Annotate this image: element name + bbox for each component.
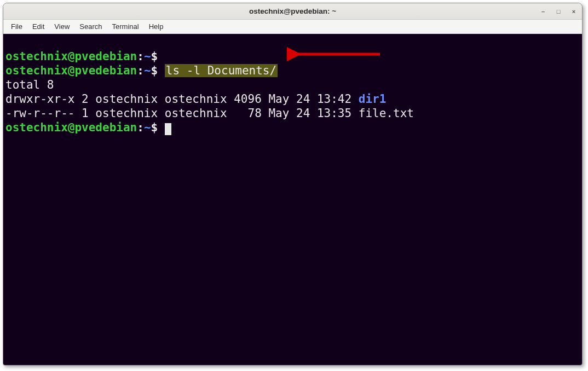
- close-icon: ×: [572, 8, 575, 15]
- prompt-userhost: ostechnix@pvedebian: [5, 121, 137, 134]
- menu-edit[interactable]: Edit: [28, 21, 49, 32]
- terminal-window: ostechnix@pvedebian: ~ – □ × File Edit V…: [3, 3, 583, 366]
- prompt-path: ~: [144, 64, 151, 77]
- prompt-path: ~: [144, 50, 151, 63]
- prompt-colon: :: [137, 121, 144, 134]
- annotation-arrow-icon: [287, 47, 385, 62]
- output-row-2: -rw-r--r-- 1 ostechnix ostechnix 78 May …: [5, 107, 414, 120]
- close-button[interactable]: ×: [569, 7, 579, 16]
- menu-help[interactable]: Help: [145, 21, 168, 32]
- maximize-button[interactable]: □: [554, 7, 563, 16]
- titlebar[interactable]: ostechnix@pvedebian: ~ – □ ×: [3, 3, 582, 20]
- menu-file[interactable]: File: [7, 21, 27, 32]
- minimize-button[interactable]: –: [538, 7, 548, 16]
- menubar: File Edit View Search Terminal Help: [3, 20, 582, 34]
- prompt-colon: :: [137, 64, 144, 77]
- window-controls: – □ ×: [538, 3, 579, 19]
- menu-terminal[interactable]: Terminal: [108, 21, 143, 32]
- prompt-dollar: $: [151, 64, 158, 77]
- maximize-icon: □: [557, 8, 561, 15]
- prompt-dollar: $: [151, 50, 158, 63]
- prompt-colon: :: [137, 50, 144, 63]
- output-row-1-pre: drwxr-xr-x 2 ostechnix ostechnix 4096 Ma…: [5, 92, 359, 106]
- prompt-dollar: $: [151, 121, 158, 134]
- cursor-block: [165, 123, 171, 135]
- minimize-icon: –: [541, 8, 545, 15]
- prompt-userhost: ostechnix@pvedebian: [5, 50, 137, 63]
- prompt-path: ~: [144, 121, 151, 134]
- menu-view[interactable]: View: [50, 21, 74, 32]
- prompt-userhost: ostechnix@pvedebian: [5, 64, 137, 77]
- output-total: total 8: [5, 78, 54, 91]
- terminal-body[interactable]: ostechnix@pvedebian:~$ ostechnix@pvedebi…: [3, 34, 582, 365]
- window-title: ostechnix@pvedebian: ~: [249, 7, 336, 15]
- output-row-1-name: dir1: [359, 92, 387, 106]
- highlighted-command: ls -l Documents/: [165, 64, 278, 77]
- menu-search[interactable]: Search: [75, 21, 106, 32]
